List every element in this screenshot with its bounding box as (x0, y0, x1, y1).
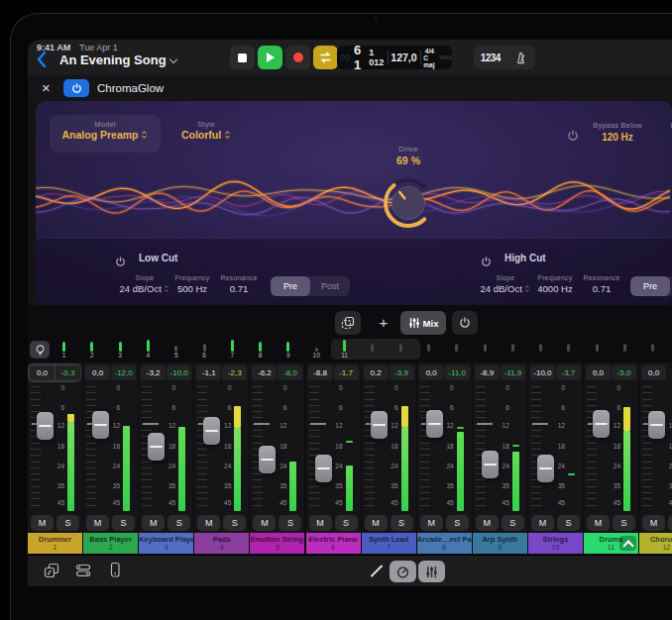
record-button[interactable] (285, 46, 310, 69)
mixer-view-button[interactable] (418, 561, 445, 582)
track-name-tile[interactable]: Strings10 (528, 533, 583, 554)
fader-value-readout[interactable]: -10,0 (530, 365, 555, 380)
fader-handle[interactable] (482, 451, 499, 478)
fader-handle[interactable] (371, 411, 388, 439)
add-channel-button[interactable]: + (371, 311, 396, 335)
model-selector[interactable]: Model Analog Preamp (50, 115, 161, 153)
level-control[interactable]: Level 0.0 (652, 121, 672, 143)
fader-handle[interactable] (259, 446, 276, 473)
peak-value-readout[interactable]: -5,0 (612, 365, 636, 380)
fader-value-readout[interactable]: 0,0 (30, 365, 55, 380)
peak-value-readout[interactable]: -3,9 (390, 365, 414, 380)
fader-value-readout[interactable]: -6,2 (252, 365, 277, 380)
peak-value-readout[interactable]: -1,7 (334, 365, 359, 380)
collapse-strip-button[interactable] (619, 536, 636, 551)
peak-value-readout[interactable]: -11,9 (501, 365, 525, 380)
track-name-tile[interactable]: Emotion Strings5 (250, 533, 304, 554)
edit-button[interactable] (369, 563, 385, 582)
solo-button[interactable]: S (557, 515, 580, 531)
fader-value-readout[interactable]: -8,8 (308, 365, 333, 380)
peak-value-readout[interactable]: -11,0 (445, 365, 470, 380)
solo-button[interactable]: S (279, 515, 301, 531)
fader-handle[interactable] (648, 411, 665, 439)
mute-button[interactable]: M (531, 515, 554, 531)
high-cut-pre-button[interactable]: Pre (630, 276, 670, 296)
track-name-tile[interactable]: Pads4 (194, 533, 249, 554)
mute-button[interactable]: M (253, 515, 276, 531)
mute-button[interactable]: M (587, 515, 610, 531)
mute-button[interactable]: M (197, 515, 220, 531)
cycle-button[interactable] (313, 46, 338, 69)
fader-value-readout[interactable]: 0,0 (419, 365, 444, 380)
lcd-display[interactable]: 00 6 1 1 012 127,0 4/4 C maj MIDI (337, 46, 452, 69)
peak-value-readout[interactable]: -3,7 (556, 365, 581, 380)
back-button[interactable] (36, 51, 47, 72)
low-cut-post-button[interactable]: Post (310, 276, 350, 296)
fader-handle[interactable] (426, 410, 443, 438)
mute-button[interactable]: M (476, 515, 499, 531)
mute-button[interactable]: M (642, 515, 665, 531)
metronome-icon[interactable] (513, 51, 528, 65)
mute-button[interactable]: M (142, 515, 165, 531)
track-name-tile[interactable]: Chorus V12 (639, 533, 672, 554)
peak-value-readout[interactable]: -0,3 (56, 365, 80, 380)
peak-value-readout[interactable]: -8,0 (278, 365, 302, 380)
close-plugin-button[interactable]: × (42, 79, 51, 96)
fader-value-readout[interactable]: 0,0 (641, 365, 666, 380)
track-name-tile[interactable]: Drummer1 (28, 533, 82, 554)
filter-bulb-button[interactable] (30, 341, 50, 359)
mute-button[interactable]: M (309, 515, 332, 531)
controls-view-button[interactable] (390, 561, 416, 582)
low-cut-power-button[interactable] (115, 254, 126, 271)
mix-view-button[interactable]: Mix (400, 311, 446, 335)
stop-button[interactable] (230, 46, 255, 69)
low-cut-pre-button[interactable]: Pre (271, 276, 310, 296)
solo-button[interactable]: S (668, 515, 672, 531)
track-name-tile[interactable]: Synth Lead7 (362, 533, 416, 554)
loops-browser-button[interactable] (44, 563, 59, 582)
count-in-button[interactable]: 1234 (481, 52, 501, 63)
high-cut-power-button[interactable] (481, 254, 492, 271)
track-name-tile[interactable]: Bass Player2 (83, 533, 138, 554)
duplicate-button[interactable] (335, 311, 361, 335)
solo-button[interactable]: S (335, 515, 358, 531)
fader-value-readout[interactable]: -3,2 (141, 365, 166, 380)
fader-handle[interactable] (593, 410, 610, 438)
high-cut-resonance[interactable]: Resonance 0.71 (567, 274, 636, 294)
track-name-tile[interactable]: Arp Synth9 (473, 533, 527, 554)
bypass-power-button[interactable] (567, 128, 579, 146)
mute-button[interactable]: M (420, 515, 443, 531)
fader-value-readout[interactable]: -8,9 (475, 365, 500, 380)
peak-value-readout[interactable]: -12,0 (111, 365, 136, 380)
fader-handle[interactable] (315, 455, 332, 482)
track-name-tile[interactable]: Keyboard Player3 (139, 533, 193, 554)
mute-button[interactable]: M (31, 515, 54, 531)
low-cut-resonance[interactable]: Resonance 0.71 (204, 274, 274, 294)
mute-button[interactable]: M (86, 515, 109, 531)
solo-button[interactable]: S (56, 515, 79, 531)
fader-value-readout[interactable]: 0,0 (85, 365, 110, 380)
peak-value-readout[interactable]: -10,0 (167, 365, 191, 380)
solo-button[interactable]: S (502, 515, 524, 531)
solo-button[interactable]: S (613, 515, 635, 531)
tuner-button[interactable] (107, 562, 123, 582)
solo-button[interactable]: S (112, 515, 135, 531)
fader-handle[interactable] (537, 455, 554, 482)
drive-knob[interactable] (377, 171, 440, 235)
fader-value-readout[interactable]: -1,1 (196, 365, 221, 380)
solo-button[interactable]: S (391, 515, 413, 531)
mute-button[interactable]: M (365, 515, 388, 531)
fader-value-readout[interactable]: 0,2 (364, 365, 389, 380)
fader-handle[interactable] (37, 412, 54, 440)
bypass-below-control[interactable]: Bypass Below 120 Hz (583, 121, 652, 143)
mixer-power-button[interactable] (452, 311, 478, 335)
song-title[interactable]: An Evening Song (59, 52, 167, 67)
track-name-tile[interactable]: Drums11 (584, 533, 638, 554)
peak-value-readout[interactable]: -2,3 (222, 365, 247, 380)
play-button[interactable] (258, 46, 282, 69)
fader-value-readout[interactable]: 0,0 (586, 365, 611, 380)
fader-handle[interactable] (203, 417, 220, 445)
fader-handle[interactable] (92, 411, 109, 439)
solo-button[interactable]: S (168, 515, 190, 531)
solo-button[interactable]: S (446, 515, 469, 531)
